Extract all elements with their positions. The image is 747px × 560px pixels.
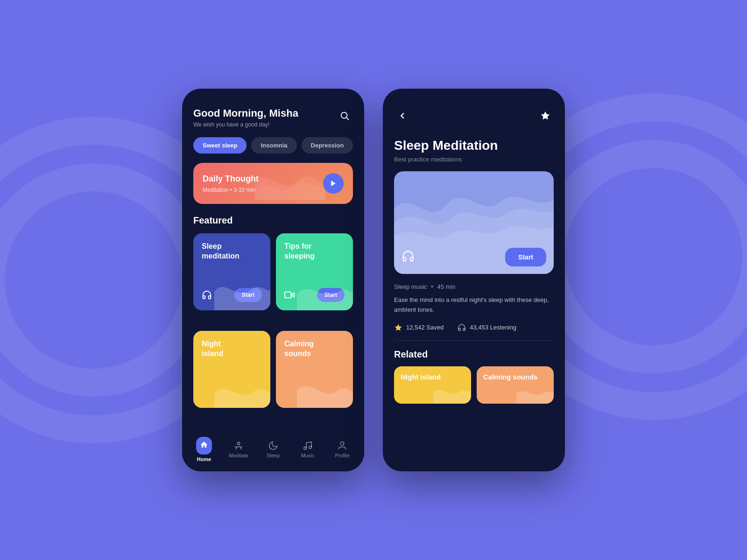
card-wave-4 (297, 371, 353, 408)
filter-insomnia[interactable]: Insomnia (251, 137, 296, 154)
back-button[interactable] (394, 107, 411, 124)
profile-icon (337, 441, 347, 451)
greeting-sub: We wish you have a good day! (193, 121, 298, 128)
svg-point-6 (304, 447, 307, 450)
player-card: Start (394, 171, 554, 274)
detail-description: Ease the mind into a restful night's sle… (394, 295, 554, 315)
headphones-player-icon (402, 250, 415, 265)
listening-count: 43,453 Lestening (470, 324, 516, 331)
featured-title: Featured (193, 215, 353, 226)
star-icon (540, 111, 550, 121)
phones-container: Good Morning, Misha We wish you have a g… (182, 89, 565, 471)
card-wave-1 (214, 273, 270, 310)
listening-stat: 43,453 Lestening (458, 323, 516, 332)
detail-title: Sleep Meditation (394, 138, 554, 153)
favorite-button[interactable] (537, 107, 554, 124)
nav-home-label: Home (197, 456, 211, 462)
svg-point-0 (341, 112, 347, 119)
daily-card-text: Daily Thought Meditation • 3-10 min (203, 174, 259, 193)
video-icon (284, 290, 295, 302)
nav-music-label: Music (301, 453, 315, 458)
meta-duration: 45 min (437, 283, 455, 290)
related-calming-sounds[interactable]: Calming sounds (477, 366, 554, 404)
svg-marker-9 (541, 112, 550, 119)
search-button[interactable] (336, 107, 353, 124)
listening-icon (458, 323, 466, 332)
saved-stat: 12,542 Saved (394, 323, 444, 332)
svg-point-7 (309, 446, 312, 449)
card-tips-sleeping[interactable]: Tips forsleeping Start (276, 233, 353, 310)
nav-profile-label: Profile (335, 453, 349, 458)
svg-marker-10 (395, 324, 402, 330)
svg-marker-3 (291, 293, 294, 297)
daily-card-sub: Meditation • 3-10 min (203, 187, 259, 193)
nav-profile[interactable]: Profile (331, 441, 354, 458)
greeting-block: Good Morning, Misha We wish you have a g… (193, 107, 298, 128)
nav-sleep-label: Sleep (267, 453, 280, 458)
nav-meditate-label: Meditate (229, 453, 248, 458)
detail-header (394, 107, 554, 124)
related-night-island-title: Night island (401, 373, 465, 381)
nav-meditate[interactable]: Meditate (227, 441, 250, 458)
meta-type: Sleep music (394, 283, 427, 290)
stats-row: 12,542 Saved 43,453 Lestening (394, 323, 554, 341)
player-controls: Start (402, 248, 546, 266)
card-sleep-meditation[interactable]: Sleepmeditation Start (193, 233, 270, 310)
card-calming-sounds[interactable]: Calmingsounds (276, 331, 353, 408)
svg-line-1 (346, 118, 349, 120)
card-wave-3 (214, 371, 270, 408)
nav-music[interactable]: Music (296, 441, 319, 458)
featured-grid: Sleepmeditation Start (193, 233, 353, 423)
nav-sleep[interactable]: Sleep (261, 441, 285, 458)
bottom-nav: Home Meditate Sle (182, 430, 364, 471)
home-icon (200, 441, 208, 449)
card-night-island[interactable]: Nightisland (193, 331, 270, 408)
back-icon (397, 111, 408, 121)
daily-card-title: Daily Thought (203, 174, 259, 184)
phone-home: Good Morning, Misha We wish you have a g… (182, 89, 364, 471)
detail-subtitle: Best practice meditations (394, 156, 554, 163)
filter-pills: Sweet sleep Insomnia Depression (193, 137, 353, 154)
phone-detail: Sleep Meditation Best practice meditatio… (383, 89, 565, 471)
card-tips-title: Tips forsleeping (284, 242, 345, 261)
related-night-island[interactable]: Night island (394, 366, 471, 404)
card-night-island-title: Nightisland (202, 339, 262, 359)
sleep-icon (268, 441, 278, 451)
start-large-button[interactable]: Start (505, 248, 546, 266)
related-title: Related (394, 349, 554, 360)
related-calming-title: Calming sounds (483, 373, 547, 381)
filter-sweet-sleep[interactable]: Sweet sleep (193, 137, 247, 154)
svg-point-8 (340, 442, 344, 445)
meta-dot: • (431, 282, 434, 291)
card-calming-title: Calmingsounds (284, 339, 345, 359)
related-wave-2 (516, 380, 554, 404)
home-icon-bg (196, 437, 212, 455)
saved-count: 12,542 Saved (406, 324, 444, 331)
card-wave-2 (297, 273, 353, 310)
saved-star-icon (394, 323, 402, 332)
daily-thought-card[interactable]: Daily Thought Meditation • 3-10 min (193, 163, 353, 204)
related-grid: Night island Calming sounds (394, 366, 554, 404)
home-header: Good Morning, Misha We wish you have a g… (193, 107, 353, 128)
filter-depression[interactable]: Depression (302, 137, 353, 154)
nav-home[interactable]: Home (192, 437, 216, 462)
svg-marker-2 (331, 181, 335, 186)
greeting-title: Good Morning, Misha (193, 107, 298, 119)
meta-row: Sleep music • 45 min (394, 282, 554, 291)
music-icon (303, 441, 313, 451)
card-sleep-meditation-title: Sleepmeditation (202, 242, 262, 261)
daily-card-wave (255, 163, 325, 200)
meditate-icon (233, 441, 244, 451)
svg-rect-4 (285, 292, 291, 298)
headphones-icon (202, 290, 212, 302)
daily-play-button[interactable] (323, 173, 344, 194)
related-wave-1 (434, 380, 471, 404)
svg-point-5 (237, 442, 240, 445)
